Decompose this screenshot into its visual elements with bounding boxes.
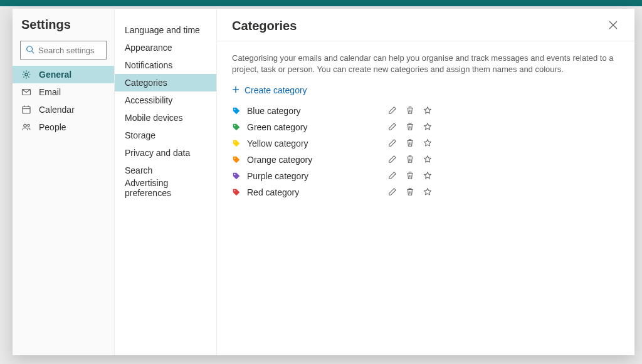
subnav-label: Mobile devices [125,113,183,123]
settings-content-panel: Categories Categorising your emails and … [217,9,634,355]
pencil-icon [388,171,397,182]
subnav-appearance[interactable]: Appearance [115,39,216,56]
panel-title: Categories [232,19,297,33]
edit-category-button[interactable] [387,138,397,148]
subnav-storage[interactable]: Storage [115,127,216,144]
star-icon [423,106,432,117]
create-category-button[interactable]: Create category [232,85,307,95]
close-icon [609,21,618,31]
svg-point-14 [234,109,235,110]
subnav-advertising-preferences[interactable]: Advertising preferences [115,179,216,197]
svg-point-15 [234,125,235,127]
nav-email[interactable]: Email [13,83,114,101]
trash-icon [406,155,414,165]
favorite-category-button[interactable] [423,106,433,116]
settings-sidebar-secondary: Language and time Appearance Notificatio… [115,9,217,355]
subnav-search[interactable]: Search [115,162,216,179]
svg-rect-4 [23,107,30,113]
settings-search-input[interactable] [38,46,101,55]
subnav-label: Privacy and data [125,148,190,158]
svg-point-2 [25,73,28,76]
settings-dialog: Settings Gener [13,9,634,355]
settings-title: Settings [13,18,114,41]
subnav-privacy-and-data[interactable]: Privacy and data [115,144,216,162]
edit-category-button[interactable] [387,122,397,132]
category-label: Orange category [247,155,387,165]
favorite-category-button[interactable] [423,187,433,197]
subnav-label: Storage [125,130,155,140]
category-row: Blue category [232,103,433,119]
svg-point-0 [27,46,33,51]
settings-secondary-nav: Language and time Appearance Notificatio… [115,21,216,197]
edit-category-button[interactable] [387,171,397,181]
delete-category-button[interactable] [405,106,415,116]
svg-point-9 [28,124,29,126]
settings-search[interactable] [20,41,107,60]
delete-category-button[interactable] [405,171,415,181]
favorite-category-button[interactable] [423,171,433,181]
trash-icon [406,138,414,149]
subnav-label: Accessibility [125,95,172,105]
delete-category-button[interactable] [405,138,415,148]
pencil-icon [388,122,397,133]
edit-category-button[interactable] [387,187,397,197]
subnav-mobile-devices[interactable]: Mobile devices [115,109,216,127]
pencil-icon [388,106,397,117]
svg-line-1 [32,51,34,53]
favorite-category-button[interactable] [423,122,433,132]
category-row: Orange category [232,152,433,168]
settings-primary-nav: General Email [13,66,114,136]
category-label: Purple category [247,171,387,181]
edit-category-button[interactable] [387,106,397,116]
pencil-icon [388,187,397,198]
nav-general[interactable]: General [13,66,114,83]
category-label: Green category [247,122,387,132]
favorite-category-button[interactable] [423,138,433,148]
svg-point-8 [24,124,26,127]
trash-icon [406,171,414,182]
category-label: Blue category [247,106,387,116]
category-list: Blue category Green category Yellow cate… [232,103,619,200]
subnav-label: Categories [125,78,167,88]
trash-icon [406,106,414,117]
svg-point-18 [234,174,235,175]
favorite-category-button[interactable] [423,155,433,165]
mail-icon [21,87,31,97]
people-icon [21,122,31,132]
star-icon [423,122,432,133]
svg-point-19 [234,190,235,192]
delete-category-button[interactable] [405,155,415,165]
search-icon [26,45,34,56]
subnav-accessibility[interactable]: Accessibility [115,91,216,109]
category-tag-icon [232,188,241,197]
star-icon [423,187,432,198]
nav-calendar[interactable]: Calendar [13,101,114,118]
delete-category-button[interactable] [405,122,415,132]
category-label: Red category [247,187,387,197]
subnav-label: Search [125,165,152,175]
star-icon [423,171,432,182]
nav-item-label: People [39,122,66,132]
nav-item-label: Calendar [39,105,75,115]
app-title-bar [0,0,642,6]
nav-item-label: General [39,70,71,80]
subnav-label: Notifications [125,60,172,70]
category-tag-icon [232,155,241,164]
category-tag-icon [232,107,241,115]
category-tag-icon [232,139,241,148]
delete-category-button[interactable] [405,187,415,197]
star-icon [423,138,432,149]
category-row: Yellow category [232,135,433,152]
close-button[interactable] [607,20,619,33]
edit-category-button[interactable] [387,155,397,165]
subnav-categories[interactable]: Categories [115,74,216,91]
pencil-icon [388,138,397,149]
subnav-label: Language and time [125,25,200,35]
category-row: Red category [232,184,433,200]
subnav-label: Appearance [125,43,172,53]
subnav-notifications[interactable]: Notifications [115,56,216,74]
subnav-label: Advertising preferences [125,178,206,198]
nav-people[interactable]: People [13,118,114,136]
category-tag-icon [232,123,241,132]
subnav-language-and-time[interactable]: Language and time [115,21,216,39]
